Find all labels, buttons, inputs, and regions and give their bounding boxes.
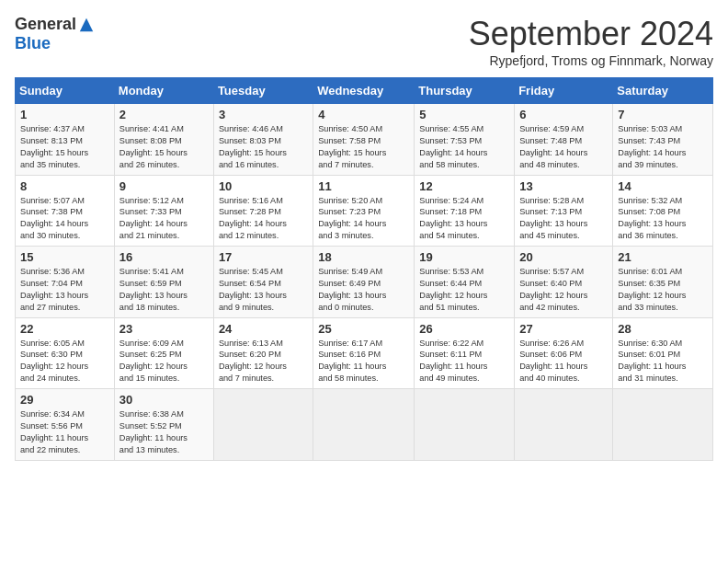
calendar-day-cell: 5Sunrise: 4:55 AM Sunset: 7:53 PM Daylig…: [415, 104, 515, 176]
day-number: 18: [318, 250, 409, 264]
day-info: Sunrise: 5:07 AM Sunset: 7:38 PM Dayligh…: [20, 195, 109, 243]
calendar-day-cell: [313, 389, 415, 461]
day-number: 24: [219, 322, 308, 336]
calendar-day-cell: 21Sunrise: 6:01 AM Sunset: 6:35 PM Dayli…: [613, 247, 713, 318]
day-info: Sunrise: 6:30 AM Sunset: 6:01 PM Dayligh…: [618, 338, 708, 385]
calendar-week-row: 8Sunrise: 5:07 AM Sunset: 7:38 PM Daylig…: [16, 175, 713, 247]
calendar-day-cell: 20Sunrise: 5:57 AM Sunset: 6:40 PM Dayli…: [515, 247, 613, 318]
calendar-table: SundayMondayTuesdayWednesdayThursdayFrid…: [15, 77, 713, 461]
page-header: General Blue September 2024 Rypefjord, T…: [15, 15, 713, 68]
day-number: 7: [618, 108, 708, 121]
day-number: 11: [318, 179, 409, 193]
calendar-day-cell: [415, 389, 515, 461]
day-of-week-header: Saturday: [613, 78, 713, 104]
calendar-day-cell: 14Sunrise: 5:32 AM Sunset: 7:08 PM Dayli…: [613, 175, 713, 247]
day-number: 28: [618, 322, 708, 336]
calendar-day-cell: 23Sunrise: 6:09 AM Sunset: 6:25 PM Dayli…: [114, 317, 213, 389]
day-number: 20: [519, 250, 608, 264]
day-of-week-header: Tuesday: [213, 78, 313, 104]
day-info: Sunrise: 6:13 AM Sunset: 6:20 PM Dayligh…: [219, 338, 308, 385]
day-number: 17: [219, 250, 308, 264]
day-info: Sunrise: 6:09 AM Sunset: 6:25 PM Dayligh…: [119, 338, 209, 385]
calendar-day-cell: 2Sunrise: 4:41 AM Sunset: 8:08 PM Daylig…: [114, 104, 213, 176]
day-info: Sunrise: 5:53 AM Sunset: 6:44 PM Dayligh…: [419, 266, 509, 314]
location-text: Rypefjord, Troms og Finnmark, Norway: [469, 53, 713, 68]
day-number: 16: [119, 250, 209, 264]
day-of-week-header: Monday: [114, 78, 213, 104]
day-number: 10: [219, 179, 308, 193]
svg-marker-0: [80, 17, 93, 30]
logo-general-text: General: [15, 15, 76, 34]
logo-blue-text: Blue: [15, 34, 51, 53]
day-number: 13: [519, 179, 608, 193]
calendar-day-cell: 6Sunrise: 4:59 AM Sunset: 7:48 PM Daylig…: [515, 104, 613, 176]
day-info: Sunrise: 5:03 AM Sunset: 7:43 PM Dayligh…: [618, 123, 708, 171]
day-info: Sunrise: 4:59 AM Sunset: 7:48 PM Dayligh…: [519, 123, 608, 171]
day-info: Sunrise: 5:45 AM Sunset: 6:54 PM Dayligh…: [219, 266, 308, 314]
calendar-day-cell: 4Sunrise: 4:50 AM Sunset: 7:58 PM Daylig…: [313, 104, 415, 176]
day-info: Sunrise: 5:20 AM Sunset: 7:23 PM Dayligh…: [318, 195, 409, 243]
day-number: 1: [20, 108, 109, 121]
day-info: Sunrise: 6:34 AM Sunset: 5:56 PM Dayligh…: [20, 408, 109, 456]
day-info: Sunrise: 5:36 AM Sunset: 7:04 PM Dayligh…: [20, 266, 109, 314]
day-number: 27: [519, 322, 608, 336]
day-number: 19: [419, 250, 509, 264]
calendar-day-cell: 9Sunrise: 5:12 AM Sunset: 7:33 PM Daylig…: [114, 175, 213, 247]
calendar-day-cell: 29Sunrise: 6:34 AM Sunset: 5:56 PM Dayli…: [16, 389, 115, 461]
day-of-week-header: Thursday: [415, 78, 515, 104]
month-title: September 2024: [469, 15, 713, 53]
day-number: 30: [119, 393, 209, 407]
calendar-day-cell: 19Sunrise: 5:53 AM Sunset: 6:44 PM Dayli…: [415, 247, 515, 318]
calendar-day-cell: 25Sunrise: 6:17 AM Sunset: 6:16 PM Dayli…: [313, 317, 415, 389]
day-info: Sunrise: 6:05 AM Sunset: 6:30 PM Dayligh…: [20, 338, 109, 385]
day-info: Sunrise: 5:57 AM Sunset: 6:40 PM Dayligh…: [519, 266, 608, 314]
day-of-week-header: Sunday: [16, 78, 115, 104]
calendar-week-row: 1Sunrise: 4:37 AM Sunset: 8:13 PM Daylig…: [16, 104, 713, 176]
day-info: Sunrise: 5:16 AM Sunset: 7:28 PM Dayligh…: [219, 195, 308, 243]
day-info: Sunrise: 5:24 AM Sunset: 7:18 PM Dayligh…: [419, 195, 509, 243]
day-number: 5: [419, 108, 509, 121]
calendar-day-cell: 1Sunrise: 4:37 AM Sunset: 8:13 PM Daylig…: [16, 104, 115, 176]
calendar-day-cell: 15Sunrise: 5:36 AM Sunset: 7:04 PM Dayli…: [16, 247, 115, 318]
day-number: 29: [20, 393, 109, 407]
day-number: 21: [618, 250, 708, 264]
logo-icon: [78, 17, 95, 33]
day-number: 6: [519, 108, 608, 121]
day-number: 4: [318, 108, 409, 121]
day-info: Sunrise: 5:12 AM Sunset: 7:33 PM Dayligh…: [119, 195, 209, 243]
logo: General Blue: [15, 15, 95, 53]
calendar-week-row: 22Sunrise: 6:05 AM Sunset: 6:30 PM Dayli…: [16, 317, 713, 389]
calendar-day-cell: 28Sunrise: 6:30 AM Sunset: 6:01 PM Dayli…: [613, 317, 713, 389]
day-info: Sunrise: 5:32 AM Sunset: 7:08 PM Dayligh…: [618, 195, 708, 243]
calendar-day-cell: 11Sunrise: 5:20 AM Sunset: 7:23 PM Dayli…: [313, 175, 415, 247]
calendar-day-cell: 22Sunrise: 6:05 AM Sunset: 6:30 PM Dayli…: [16, 317, 115, 389]
day-info: Sunrise: 6:26 AM Sunset: 6:06 PM Dayligh…: [519, 338, 608, 385]
day-info: Sunrise: 6:01 AM Sunset: 6:35 PM Dayligh…: [618, 266, 708, 314]
day-info: Sunrise: 4:37 AM Sunset: 8:13 PM Dayligh…: [20, 123, 109, 171]
day-number: 8: [20, 179, 109, 193]
calendar-week-row: 29Sunrise: 6:34 AM Sunset: 5:56 PM Dayli…: [16, 389, 713, 461]
day-number: 14: [618, 179, 708, 193]
day-number: 23: [119, 322, 209, 336]
calendar-day-cell: 16Sunrise: 5:41 AM Sunset: 6:59 PM Dayli…: [114, 247, 213, 318]
day-number: 22: [20, 322, 109, 336]
day-number: 2: [119, 108, 209, 121]
title-block: September 2024 Rypefjord, Troms og Finnm…: [469, 15, 713, 68]
day-number: 3: [219, 108, 308, 121]
day-number: 26: [419, 322, 509, 336]
day-info: Sunrise: 6:17 AM Sunset: 6:16 PM Dayligh…: [318, 338, 409, 385]
day-info: Sunrise: 4:50 AM Sunset: 7:58 PM Dayligh…: [318, 123, 409, 171]
day-info: Sunrise: 6:38 AM Sunset: 5:52 PM Dayligh…: [119, 408, 209, 456]
calendar-day-cell: [213, 389, 313, 461]
calendar-day-cell: 7Sunrise: 5:03 AM Sunset: 7:43 PM Daylig…: [613, 104, 713, 176]
calendar-day-cell: [613, 389, 713, 461]
day-info: Sunrise: 5:28 AM Sunset: 7:13 PM Dayligh…: [519, 195, 608, 243]
day-info: Sunrise: 4:55 AM Sunset: 7:53 PM Dayligh…: [419, 123, 509, 171]
day-info: Sunrise: 4:46 AM Sunset: 8:03 PM Dayligh…: [219, 123, 308, 171]
day-info: Sunrise: 5:41 AM Sunset: 6:59 PM Dayligh…: [119, 266, 209, 314]
day-number: 15: [20, 250, 109, 264]
day-info: Sunrise: 4:41 AM Sunset: 8:08 PM Dayligh…: [119, 123, 209, 171]
calendar-day-cell: 12Sunrise: 5:24 AM Sunset: 7:18 PM Dayli…: [415, 175, 515, 247]
calendar-day-cell: 17Sunrise: 5:45 AM Sunset: 6:54 PM Dayli…: [213, 247, 313, 318]
day-number: 9: [119, 179, 209, 193]
